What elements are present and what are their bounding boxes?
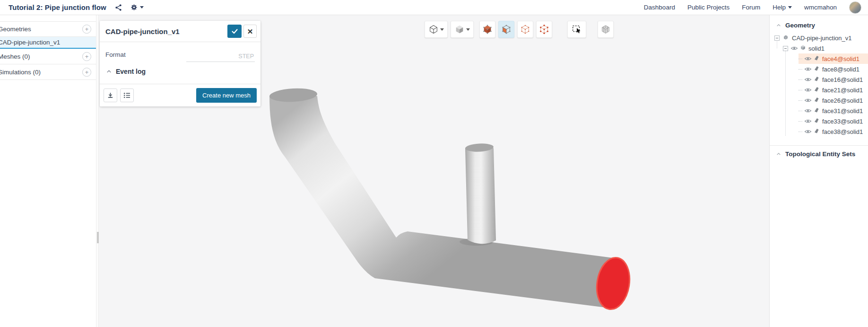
face-icon [814,76,819,83]
tree-row-face4[interactable]: face4@solid1 [770,53,868,64]
sidebar-item-meshes[interactable]: Meshes (0) + [0,49,96,64]
face-icon [814,128,819,135]
resize-grip-icon [97,232,98,243]
panel-header: CAD-pipe-junction_v1 ✕ [100,21,260,42]
collapse-expander-icon[interactable] [774,35,780,41]
select-volumes-icon [482,24,493,35]
sidebar-item-geometries[interactable]: Geometries + [0,21,96,37]
view-orientation-cube-icon [428,24,439,35]
visibility-eye-icon[interactable] [790,45,798,52]
visibility-eye-icon[interactable] [804,55,812,62]
cad-part-icon [782,34,789,42]
event-list-icon [123,92,130,98]
event-log-toggle[interactable]: Event log [105,62,255,82]
section-cube-icon [600,24,611,35]
visibility-eye-icon[interactable] [804,76,812,83]
visibility-eye-icon[interactable] [804,97,812,104]
collapse-chevron-icon [106,70,112,73]
face-icon [814,65,819,73]
panel-title: CAD-pipe-junction_v1 [105,27,227,35]
solid-cube-icon [800,44,806,52]
download-icon [107,92,114,99]
check-icon [231,28,238,35]
collapse-expander-icon[interactable] [783,46,788,51]
settings-gear-icon[interactable] [130,4,144,11]
orientation-caret-icon [440,28,444,31]
box-select-icon [571,24,582,35]
select-edges-button[interactable] [517,21,533,38]
select-faces-button[interactable] [498,21,514,38]
face-icon [814,117,819,125]
box-select-button[interactable] [567,21,586,38]
select-vertices-button[interactable] [536,21,552,38]
tree-row-face31[interactable]: face31@solid1 [770,106,868,116]
format-row: Format STEP [105,47,255,62]
visibility-eye-icon[interactable] [804,107,812,115]
tree-root-label: CAD-pipe-junction_v1 [792,35,851,42]
gear-caret-icon [140,6,144,9]
share-icon[interactable] [115,4,122,11]
create-new-mesh-button[interactable]: Create new mesh [196,88,257,103]
add-mesh-icon[interactable]: + [82,52,91,61]
project-sidebar: Geometries + CAD-pipe-junction_v1 Meshes… [0,15,96,327]
select-volumes-button[interactable] [479,21,495,38]
nav-help[interactable]: Help [773,4,792,11]
tree-solid-label: solid1 [808,45,825,52]
section-view-button[interactable] [598,21,614,38]
nav-dashboard[interactable]: Dashboard [644,4,675,11]
nav-public-projects[interactable]: Public Projects [687,4,729,11]
help-caret-icon [788,6,792,9]
visibility-eye-icon[interactable] [804,118,812,125]
sidebar-item-simulations[interactable]: Simulations (0) + [0,64,96,80]
visibility-eye-icon[interactable] [804,66,812,73]
tree-row-face26[interactable]: face26@solid1 [770,95,868,106]
view-orientation-button[interactable] [425,21,448,38]
tree-row-face8[interactable]: face8@solid1 [770,64,868,74]
panel-footer: Create new mesh [100,84,260,106]
render-mode-button[interactable] [451,21,474,38]
select-faces-icon [501,24,512,35]
tree-row-face21[interactable]: face21@solid1 [770,85,868,95]
user-avatar[interactable] [849,1,861,14]
tree-row-face33[interactable]: face33@solid1 [770,116,868,126]
face-icon [814,97,819,104]
close-button[interactable]: ✕ [243,25,257,38]
tree-row-root[interactable]: CAD-pipe-junction_v1 [770,33,868,43]
event-log-list-button[interactable] [120,88,134,102]
render-caret-icon [466,28,470,31]
tree-row-solid[interactable]: solid1 [770,43,868,53]
topological-entity-sets-header[interactable]: Topological Entity Sets [770,146,868,158]
render-mode-cube-icon [454,24,465,35]
add-geometry-icon[interactable]: + [82,25,91,34]
viewport-toolbar [425,21,614,38]
project-title: Tutorial 2: Pipe junction flow [9,3,106,11]
download-button[interactable] [104,88,117,102]
geometry-collapse-chevron-icon [776,24,781,27]
sidebar-item-cad-pipe-junction[interactable]: CAD-pipe-junction_v1 [0,37,96,49]
select-vertices-icon [539,24,549,35]
username[interactable]: wmcmahon [804,4,837,11]
format-value-field[interactable]: STEP [186,53,255,62]
close-x-icon: ✕ [247,27,253,35]
geometry-section-header[interactable]: Geometry [770,15,868,33]
branch-pipe[interactable] [465,148,496,244]
nav-forum[interactable]: Forum [742,4,760,11]
scene-tree-panel: Geometry CAD-pipe-junction_v1 [769,15,868,327]
pipe-body[interactable] [269,96,624,308]
visibility-eye-icon[interactable] [804,87,812,94]
visibility-eye-icon[interactable] [804,128,812,135]
face-icon [814,86,819,94]
face-icon [814,107,819,115]
tree-row-face38[interactable]: face38@solid1 [770,126,868,137]
select-edges-icon [520,24,530,35]
confirm-button[interactable] [227,25,242,38]
face-icon [814,55,819,62]
geometry-settings-panel: CAD-pipe-junction_v1 ✕ Format STEP [100,21,260,106]
add-simulation-icon[interactable]: + [82,68,91,77]
geometry-tree: CAD-pipe-junction_v1 solid1 [770,33,868,137]
topological-collapse-chevron-icon [776,152,781,156]
tree-row-face16[interactable]: face16@solid1 [770,74,868,85]
top-bar: Tutorial 2: Pipe junction flow Dashboard… [0,0,868,15]
3d-viewport[interactable]: CAD-pipe-junction_v1 ✕ Format STEP [99,15,769,327]
format-label: Format [105,51,126,62]
